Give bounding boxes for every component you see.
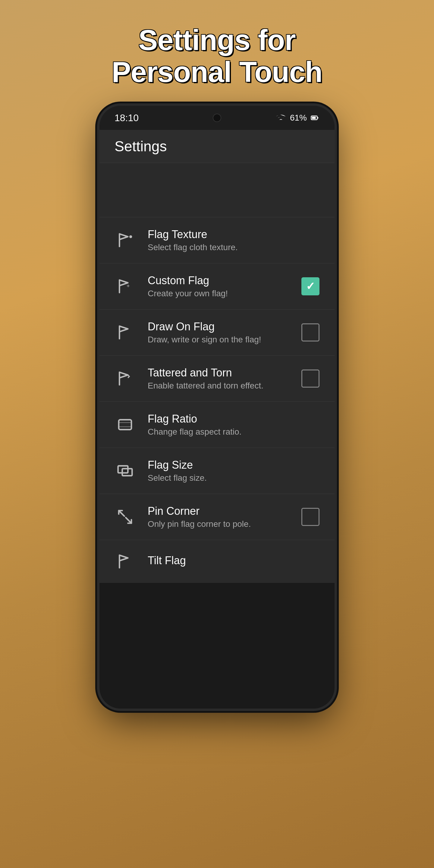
pin-corner-checkbox[interactable] bbox=[301, 508, 319, 526]
status-time: 18:10 bbox=[115, 113, 138, 124]
settings-item-pin-corner[interactable]: Pin Corner Only pin flag corner to pole. bbox=[99, 494, 335, 540]
tattered-title: Tattered and Torn bbox=[148, 367, 289, 379]
custom-flag-icon: + bbox=[115, 276, 135, 297]
flag-size-title: Flag Size bbox=[148, 459, 319, 471]
svg-point-2 bbox=[129, 236, 132, 238]
settings-item-custom-flag[interactable]: + Custom Flag Create your own flag! bbox=[99, 264, 335, 310]
app-bar: Settings bbox=[99, 130, 335, 163]
tattered-checkbox[interactable] bbox=[301, 370, 319, 388]
signal-icon bbox=[276, 113, 286, 123]
svg-rect-1 bbox=[312, 117, 316, 119]
settings-item-flag-ratio[interactable]: Flag Ratio Change flag aspect ratio. bbox=[99, 402, 335, 448]
pin-icon bbox=[115, 506, 135, 527]
svg-rect-4 bbox=[119, 420, 131, 430]
tilt-icon bbox=[115, 551, 135, 572]
battery-percent: 61% bbox=[290, 113, 307, 123]
ratio-icon bbox=[115, 414, 135, 435]
pin-corner-text: Pin Corner Only pin flag corner to pole. bbox=[148, 505, 289, 529]
page-title: Settings for Personal Touch bbox=[82, 0, 352, 106]
settings-item-tattered[interactable]: Tattered and Torn Enable tattered and to… bbox=[99, 355, 335, 402]
draw-flag-checkbox[interactable] bbox=[301, 323, 319, 341]
tattered-text: Tattered and Torn Enable tattered and to… bbox=[148, 367, 289, 391]
flag-size-subtitle: Select flag size. bbox=[148, 473, 319, 483]
app-bar-title: Settings bbox=[115, 138, 167, 155]
custom-flag-checkbox[interactable] bbox=[301, 277, 319, 296]
flag-texture-title: Flag Texture bbox=[148, 228, 319, 241]
custom-flag-title: Custom Flag bbox=[148, 274, 289, 287]
flag-ratio-text: Flag Ratio Change flag aspect ratio. bbox=[148, 412, 319, 437]
status-icons: 61% bbox=[276, 113, 319, 123]
draw-flag-text: Draw On Flag Draw, write or sign on the … bbox=[148, 320, 289, 344]
tattered-icon bbox=[115, 368, 135, 389]
phone-frame: 18:10 61% Settings bbox=[99, 106, 335, 709]
flag-ratio-subtitle: Change flag aspect ratio. bbox=[148, 427, 319, 437]
tilt-flag-title: Tilt Flag bbox=[148, 554, 319, 567]
draw-flag-title: Draw On Flag bbox=[148, 320, 289, 333]
tilt-flag-text: Tilt Flag bbox=[148, 554, 319, 569]
flag-texture-subtitle: Select flag cloth texture. bbox=[148, 243, 319, 252]
settings-item-flag-size[interactable]: Flag Size Select flag size. bbox=[99, 448, 335, 494]
battery-icon bbox=[310, 113, 319, 122]
draw-flag-subtitle: Draw, write or sign on the flag! bbox=[148, 335, 289, 344]
flag-ratio-title: Flag Ratio bbox=[148, 412, 319, 425]
settings-item-tilt-flag[interactable]: Tilt Flag bbox=[99, 540, 335, 583]
custom-flag-text: Custom Flag Create your own flag! bbox=[148, 274, 289, 299]
settings-item-flag-texture[interactable]: Flag Texture Select flag cloth texture. bbox=[99, 217, 335, 264]
size-icon bbox=[115, 460, 135, 481]
custom-flag-subtitle: Create your own flag! bbox=[148, 289, 289, 299]
draw-flag-icon bbox=[115, 322, 135, 343]
flag-texture-icon bbox=[115, 230, 135, 251]
camera-notch bbox=[213, 114, 221, 122]
pin-corner-title: Pin Corner bbox=[148, 505, 289, 518]
pin-corner-subtitle: Only pin flag corner to pole. bbox=[148, 519, 289, 529]
empty-section bbox=[99, 163, 335, 217]
status-bar: 18:10 61% bbox=[99, 106, 335, 130]
svg-text:+: + bbox=[127, 283, 130, 289]
tattered-subtitle: Enable tattered and torn effect. bbox=[148, 381, 289, 391]
settings-item-draw-on-flag[interactable]: Draw On Flag Draw, write or sign on the … bbox=[99, 310, 335, 355]
flag-size-text: Flag Size Select flag size. bbox=[148, 459, 319, 483]
flag-texture-text: Flag Texture Select flag cloth texture. bbox=[148, 228, 319, 252]
settings-list: Flag Texture Select flag cloth texture. … bbox=[99, 217, 335, 583]
